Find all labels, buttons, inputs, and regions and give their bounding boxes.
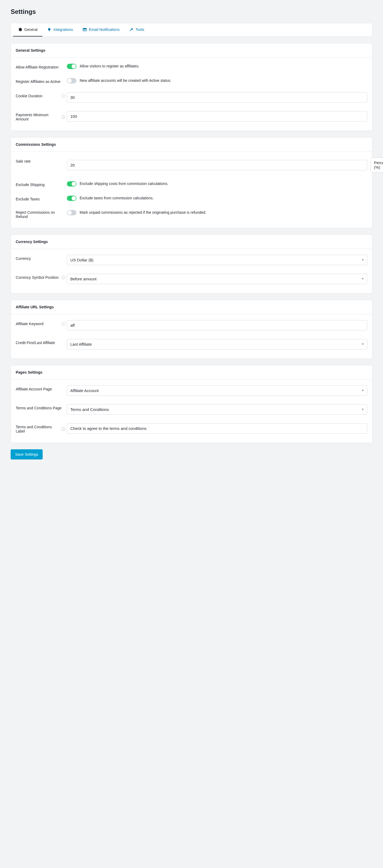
url-settings-heading: Affiliate URL Settings — [11, 300, 372, 314]
currency-value: US Dollar ($) — [70, 258, 94, 262]
mail-icon — [83, 27, 87, 32]
info-icon[interactable]: i — [62, 276, 65, 279]
exclude-shipping-help: Exclude shipping costs from commission c… — [79, 181, 168, 187]
settings-tabs: General Integrations Email Notifications… — [11, 23, 372, 37]
currency-position-select[interactable]: Before amount — [67, 274, 367, 284]
chevron-down-icon — [362, 278, 364, 280]
info-icon[interactable]: i — [62, 427, 65, 431]
tab-general-label: General — [24, 27, 37, 32]
credit-select[interactable]: Last Affiliate — [67, 339, 367, 349]
reject-refund-help: Mark unpaid commissions as rejected if t… — [79, 210, 206, 215]
tab-integrations[interactable]: Integrations — [42, 23, 78, 36]
terms-label-label: Terms and Conditions Label — [16, 425, 60, 433]
currency-select[interactable]: US Dollar ($) — [67, 255, 367, 265]
account-page-value: Affiliate Account — [70, 388, 99, 393]
terms-label-input[interactable] — [67, 423, 367, 434]
credit-label: Credit First/Last Affiliate — [16, 341, 55, 345]
sale-rate-input[interactable] — [67, 160, 367, 170]
tab-emails-label: Email Notifications — [89, 27, 120, 32]
pages-settings-heading: Pages Settings — [11, 365, 372, 379]
terms-page-value: Terms and Conditions — [70, 407, 109, 412]
general-settings-card: General Settings Allow Affiliate Registr… — [11, 43, 372, 131]
exclude-taxes-toggle[interactable] — [67, 196, 76, 201]
account-page-label: Affiliate Account Page — [16, 387, 52, 391]
page-title: Settings — [11, 8, 372, 16]
tab-emails[interactable]: Email Notifications — [78, 23, 124, 36]
register-active-help: New affiliate accounts will be created w… — [79, 78, 171, 84]
chevron-down-icon — [362, 390, 364, 391]
allow-registration-toggle[interactable] — [67, 64, 76, 69]
reject-refund-label: Reject Commissions on Refund — [16, 210, 67, 219]
account-page-select[interactable]: Affiliate Account — [67, 385, 367, 396]
gear-icon — [18, 27, 22, 32]
commissions-settings-heading: Commissions Settings — [11, 137, 372, 152]
allow-registration-label: Allow Affiliate Registration — [16, 65, 59, 69]
info-icon[interactable]: i — [62, 115, 65, 119]
register-active-toggle[interactable] — [67, 78, 76, 84]
currency-settings-heading: Currency Settings — [11, 235, 372, 249]
keyword-input[interactable] — [67, 320, 367, 331]
currency-settings-card: Currency Settings Currency US Dollar ($)… — [11, 235, 372, 293]
allow-registration-help: Allow visitors to register as affiliates… — [79, 63, 139, 69]
reject-refund-toggle[interactable] — [67, 210, 76, 215]
plug-icon — [47, 27, 52, 32]
pages-settings-card: Pages Settings Affiliate Account Page Af… — [11, 365, 372, 443]
keyword-label: Affiliate Keyword — [16, 322, 43, 326]
exclude-taxes-label: Exclude Taxes — [16, 197, 40, 201]
wrench-icon — [129, 27, 133, 32]
tab-general[interactable]: General — [13, 23, 42, 36]
general-settings-heading: General Settings — [11, 43, 372, 58]
currency-position-value: Before amount — [70, 277, 96, 281]
currency-label: Currency — [16, 256, 31, 261]
commissions-settings-card: Commissions Settings Sale rate Percentag… — [11, 137, 372, 228]
tab-tools[interactable]: Tools — [124, 23, 149, 36]
exclude-shipping-toggle[interactable] — [67, 181, 76, 187]
credit-value: Last Affiliate — [70, 342, 92, 346]
currency-position-label: Currency Symbol Position — [16, 275, 59, 280]
min-amount-label: Payments Minimum Amount — [16, 113, 60, 121]
terms-page-select[interactable]: Terms and Conditions — [67, 404, 367, 415]
cookie-duration-label: Cookie Duration — [16, 94, 42, 98]
sale-rate-type-value: Percentage (%) — [374, 160, 383, 169]
cookie-duration-input[interactable] — [67, 92, 367, 103]
info-icon[interactable]: i — [62, 322, 65, 326]
tab-integrations-label: Integrations — [54, 27, 73, 32]
sale-rate-type-select[interactable]: Percentage (%) — [371, 157, 383, 173]
exclude-shipping-label: Exclude Shipping — [16, 183, 44, 187]
sale-rate-label: Sale rate — [16, 159, 31, 163]
url-settings-card: Affiliate URL Settings Affiliate Keyword… — [11, 300, 372, 359]
tab-tools-label: Tools — [135, 27, 145, 32]
save-button[interactable]: Save Settings — [11, 449, 43, 460]
info-icon[interactable]: i — [62, 94, 65, 98]
terms-page-label: Terms and Conditions Page — [16, 406, 62, 410]
chevron-down-icon — [362, 343, 364, 345]
register-active-label: Register Affiliates as Active — [16, 80, 60, 84]
chevron-down-icon — [362, 259, 364, 261]
min-amount-input[interactable] — [67, 111, 367, 122]
chevron-down-icon — [362, 409, 364, 410]
exclude-taxes-help: Exclude taxes from commission calculatio… — [79, 195, 154, 201]
